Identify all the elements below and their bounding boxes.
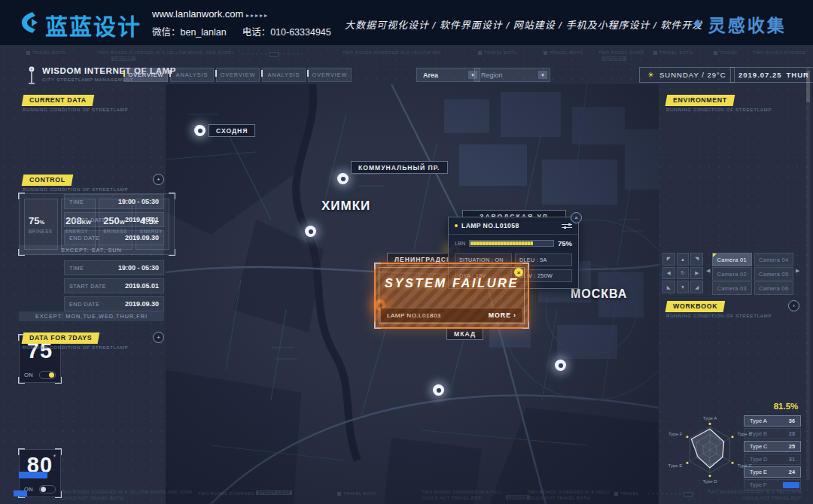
page-subtitle: CITY STREETLAMP MANAGEMENT: [42, 77, 133, 82]
svg-text:Type D: Type D: [702, 479, 717, 484]
scrollbar-thumb[interactable]: [806, 71, 810, 102]
hud-decor-text: TWO ROADS DIVERGED: [198, 491, 254, 496]
workbook-expand-icon[interactable]: ›: [788, 300, 799, 311]
environment-subtitle: RUNNING CONDITION OF STREETLAMP: [666, 107, 772, 112]
tab-bar: OVERVIEW ANALYSIS OVERVIEW ANALYSIS OVER…: [124, 68, 352, 82]
failure-close-icon[interactable]: ×: [514, 268, 523, 277]
map-pin-skhodnya[interactable]: [194, 125, 206, 136]
blue-tag: [14, 490, 27, 496]
power-toggle-1[interactable]: [39, 371, 56, 379]
pan-up-button[interactable]: ▲: [677, 253, 690, 266]
map-pin-kommunalny[interactable]: [337, 173, 349, 184]
hud-checkbox-item: TRAVEL BOTH: [478, 50, 517, 55]
camera-prev-icon[interactable]: ◀: [706, 268, 710, 274]
except-bar-1: EXCEPT: SAT, SUN: [19, 245, 164, 255]
weather-box: ☀ SUNNDAY / 29°C: [639, 67, 735, 83]
map-label-kommunalny[interactable]: КОММУНАЛЬНЫЙ ПР.: [351, 161, 448, 174]
pan-right-button[interactable]: ▶: [690, 267, 703, 280]
seven-days-expand-icon[interactable]: +: [153, 332, 164, 343]
svg-text:Type E: Type E: [668, 463, 683, 468]
lanlan-logo-text: 蓝蓝设计: [45, 8, 142, 41]
camera-button-5[interactable]: Camera 05: [754, 267, 794, 281]
hud-chip: LIGHTED: [602, 56, 626, 61]
header-website[interactable]: www.lanlanwork.com ▸▸▸▸▸: [152, 8, 269, 20]
map-pin-mkad[interactable]: [433, 384, 444, 396]
camera-button-1[interactable]: Camera 01: [712, 253, 752, 266]
time-row[interactable]: TIME19:00 - 05:30: [64, 194, 164, 209]
region-select[interactable]: Region ▾: [474, 68, 550, 82]
lbn-value: 75%: [558, 239, 572, 247]
failure-title: SYSTEM FAILURE: [376, 276, 528, 290]
type-row-d[interactable]: Type D31: [744, 454, 801, 465]
map-label-skhodnya[interactable]: СХОДНЯ: [209, 124, 255, 137]
hud-decor-text: COULD NOT TRAVEL BOTH: [741, 496, 802, 500]
tab-overview-1[interactable]: OVERVIEW: [124, 68, 168, 82]
map-label-mkad[interactable]: МКАД: [446, 327, 483, 340]
type-row-e[interactable]: Type E24: [744, 466, 801, 478]
tab-overview-2[interactable]: OVERVIEW: [216, 68, 260, 82]
hud-checkbox-item: TRAVEL BOTH: [26, 50, 65, 55]
map-pin-moskva[interactable]: [555, 360, 566, 371]
pan-left-button[interactable]: ◀: [662, 267, 675, 280]
hud-decor-text: COULD NOT TRAVEL BOTH: [60, 496, 151, 500]
more-button[interactable]: MORE ›: [489, 311, 516, 319]
type-row-b[interactable]: Type B28: [744, 428, 801, 439]
pan-down-button[interactable]: ▼: [677, 281, 690, 293]
start-date-row[interactable]: START DATE2019.05.01: [64, 212, 164, 227]
map-pin-khimki[interactable]: [305, 226, 316, 237]
pan-up-left-button[interactable]: ◤: [662, 253, 675, 266]
camera-button-2[interactable]: Camera 02: [712, 267, 752, 281]
pan-down-left-button[interactable]: ◣: [662, 281, 675, 293]
camera-button-4[interactable]: Camera 04: [754, 253, 794, 266]
collection-logo: ✦ 灵感收集: [691, 11, 787, 37]
refresh-button[interactable]: ↻: [677, 267, 690, 280]
dashboard-root: 蓝蓝设计 www.lanlanwork.com ▸▸▸▸▸ 微信：ben_lan…: [0, 0, 813, 504]
tab-analysis-2[interactable]: ANALYSIS: [262, 68, 306, 82]
time-row[interactable]: TIME19:00 - 05:30: [64, 260, 164, 275]
tank-percentage: 81.5%: [763, 402, 808, 411]
tab-analysis-1[interactable]: ANALYSIS: [170, 68, 214, 82]
start-date-row[interactable]: START DATE2019.05.01: [64, 278, 164, 293]
type-row-c[interactable]: Type C25: [744, 441, 801, 452]
date-text: 2019.07.25: [738, 71, 782, 79]
workbook-subtitle: RUNNING CONDITION OF STREETLAMP: [666, 313, 772, 318]
lbn-progress-bar[interactable]: [469, 240, 554, 247]
failure-footer: LAMP NO.L01803 MORE ›: [380, 308, 523, 323]
seven-days-badge: DATA FOR 7DAYS: [22, 332, 100, 344]
camera-dpad: ◤ ▲ ◥ ◀ ↻ ▶ ◣ ▼ ◢: [662, 253, 703, 293]
end-date-row[interactable]: END DATE2019.09.30: [64, 296, 164, 311]
svg-text:Type F: Type F: [668, 432, 683, 436]
hud-decor-text: TWO ROADS DIVERGED IN A YELLOW WOOD, AND…: [343, 50, 440, 55]
hud-chip: STREET LIGHT: [256, 490, 292, 495]
header-services: 大数据可视化设计 / 软件界面设计 / 网站建设 / 手机及小程序设计 / 软件…: [345, 17, 702, 32]
phone-text: 电话：010-63334945: [242, 27, 331, 38]
hud-checkbox-item: TRAVEL BOTH: [337, 491, 376, 496]
current-data-badge: CURRENT DATA: [22, 95, 94, 106]
hud-decor-text: TWO ROADS DIVERGED IN A YELLOW WOOD, AND…: [98, 50, 233, 55]
checkbox-icon: [653, 51, 657, 55]
camera-button-6[interactable]: Camera 06: [754, 281, 794, 295]
tab-overview-3[interactable]: OVERVIEW: [308, 68, 352, 82]
camera-button-3[interactable]: Camera 03: [712, 281, 752, 295]
sliders-icon[interactable]: [562, 223, 572, 229]
weather-text: SUNNDAY / 29°C: [659, 71, 726, 79]
lbn-label: LBN: [455, 240, 465, 247]
power-toggle-2[interactable]: [39, 485, 56, 493]
map-label-khimki: ХИМКИ: [321, 199, 370, 214]
pan-up-right-button[interactable]: ◥: [690, 253, 703, 266]
area-select[interactable]: Area ▾: [416, 68, 480, 82]
header-contacts: 微信：ben_lanlan 电话：010-63334945: [152, 24, 331, 38]
lbn-row: LBN 75%: [449, 235, 578, 250]
type-row-a[interactable]: Type A36: [744, 415, 801, 427]
current-data-subtitle: RUNNING CONDITION OF STREETLAMP: [23, 107, 128, 112]
stat-briness: 75% BRINESS: [24, 199, 58, 250]
control-subtitle: RUNNING CONDITION OF STREETLAMP: [23, 187, 128, 192]
camera-next-icon[interactable]: ▶: [796, 268, 799, 274]
control-expand-icon[interactable]: +: [153, 174, 164, 185]
scrollbar-track[interactable]: [806, 68, 810, 480]
popup-close-icon[interactable]: ×: [571, 212, 582, 223]
date-box: 2019.07.25 THUR: [730, 67, 813, 83]
end-date-row[interactable]: END DATE2019.09.30: [64, 230, 164, 245]
pan-down-right-button[interactable]: ◢: [690, 281, 703, 293]
failure-lamp-name: LAMP NO.L01803: [387, 312, 441, 319]
